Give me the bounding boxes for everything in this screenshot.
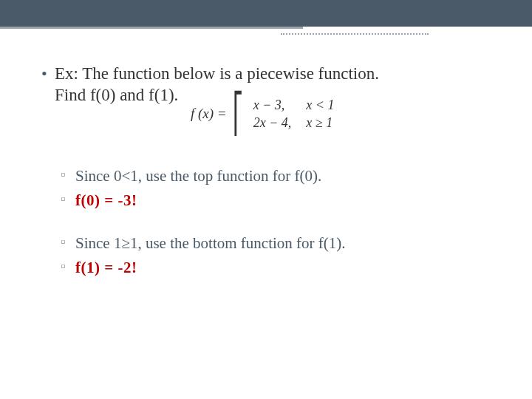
answer-1-text: f(0) = -3! [75, 191, 137, 209]
case2-expr: 2x − 4, [246, 114, 299, 132]
content-area: Ex: The function below is a piecewise fu… [37, 64, 502, 281]
answer-1: f(0) = -3! [55, 188, 502, 214]
header-band [0, 0, 532, 27]
answer-2-text: f(1) = -2! [75, 259, 137, 276]
case1-expr: x − 3, [246, 96, 299, 115]
prompt-line-2: Find f(0) and f(1). [55, 86, 178, 104]
inner-list: Since 0<1, use the top function for f(0)… [55, 164, 502, 281]
cases-table: x − 3, x < 1 2x − 4, x ≥ 1 [246, 96, 342, 132]
case-row-1: x − 3, x < 1 [246, 96, 342, 115]
header-rule-dotted [281, 33, 429, 35]
example-item: Ex: The function below is a piecewise fu… [37, 64, 502, 281]
step-2: Since 1≥1, use the bottom function for f… [55, 231, 502, 256]
case1-cond: x < 1 [299, 96, 341, 115]
step-spacer [55, 214, 502, 231]
case-row-2: 2x − 4, x ≥ 1 [246, 114, 342, 132]
answer-2: f(1) = -2! [55, 256, 502, 281]
slide: Ex: The function below is a piecewise fu… [0, 0, 532, 399]
equation-lhs: f (x) = [191, 105, 227, 123]
piecewise-equation: f (x) = ⎡ x − 3, x < 1 2x − 4, x ≥ 1 [191, 95, 341, 133]
case2-cond: x ≥ 1 [299, 114, 341, 132]
header-rule-thick [0, 27, 303, 29]
left-bracket-icon: ⎡ [233, 95, 243, 133]
step-1: Since 0<1, use the top function for f(0)… [55, 164, 502, 189]
outer-list: Ex: The function below is a piecewise fu… [37, 64, 502, 281]
prompt-line-1: Ex: The function below is a piecewise fu… [55, 64, 379, 83]
